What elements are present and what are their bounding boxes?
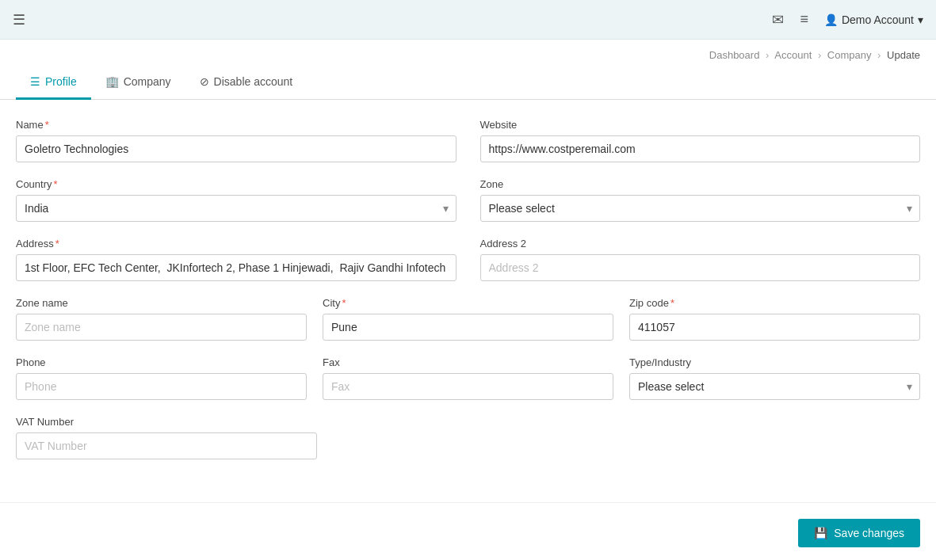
address2-label: Address 2 — [480, 238, 921, 250]
save-icon: 💾 — [814, 527, 827, 539]
save-button[interactable]: 💾 Save changes — [798, 519, 920, 547]
country-select-wrapper: India ▾ — [16, 195, 457, 222]
breadcrumb-account[interactable]: Account — [774, 49, 812, 61]
vat-label: VAT Number — [16, 416, 317, 428]
col-city: City* — [323, 297, 613, 341]
fax-label: Fax — [323, 356, 613, 368]
main-content: Name* Website Country* India ▾ Zone — [0, 100, 936, 494]
type-select[interactable]: Please select — [629, 373, 920, 400]
address-label: Address* — [16, 238, 457, 250]
breadcrumb-company[interactable]: Company — [827, 49, 872, 61]
type-label: Type/Industry — [629, 356, 920, 368]
demo-account-label: Demo Account — [842, 13, 914, 26]
address2-input[interactable] — [480, 254, 921, 281]
company-tab-icon: 🏢 — [105, 75, 119, 88]
tab-company[interactable]: 🏢 Company — [91, 66, 185, 100]
phone-input[interactable] — [16, 373, 307, 400]
zone-label: Zone — [480, 178, 921, 190]
col-address: Address* — [16, 238, 457, 281]
navbar: ☰ ✉ ≡ 👤 Demo Account ▾ — [0, 0, 936, 40]
zonename-label: Zone name — [16, 297, 307, 309]
breadcrumb-sep1: › — [766, 49, 769, 61]
col-phone: Phone — [16, 356, 307, 400]
address-input[interactable] — [16, 254, 457, 281]
breadcrumb-update: Update — [887, 49, 920, 61]
tab-disable[interactable]: ⊘ Disable account — [185, 66, 308, 100]
row-country-zone: Country* India ▾ Zone Please select ▾ — [16, 178, 920, 222]
zone-select-wrapper: Please select ▾ — [480, 195, 921, 222]
col-vat: VAT Number — [16, 416, 317, 459]
website-input[interactable] — [480, 135, 921, 162]
tab-profile-label: Profile — [45, 75, 77, 88]
user-icon: 👤 — [824, 13, 838, 26]
name-input[interactable] — [16, 135, 457, 162]
city-label: City* — [323, 297, 613, 309]
row-vat: VAT Number — [16, 416, 920, 459]
email-icon[interactable]: ✉ — [772, 11, 784, 29]
name-label: Name* — [16, 119, 457, 131]
vat-input[interactable] — [16, 432, 317, 459]
tabs-bar: ☰ Profile 🏢 Company ⊘ Disable account — [0, 66, 936, 100]
row-phone-fax-type: Phone Fax Type/Industry Please select ▾ — [16, 356, 920, 400]
zipcode-label: Zip code* — [629, 297, 920, 309]
save-btn-container: 💾 Save changes — [0, 502, 936, 560]
col-name: Name* — [16, 119, 457, 162]
col-website: Website — [480, 119, 921, 162]
col-country: Country* India ▾ — [16, 178, 457, 222]
col-type: Type/Industry Please select ▾ — [629, 356, 920, 400]
breadcrumb-dashboard[interactable]: Dashboard — [709, 49, 760, 61]
type-select-wrapper: Please select ▾ — [629, 373, 920, 400]
zonename-input[interactable] — [16, 314, 307, 341]
zipcode-input[interactable] — [629, 314, 920, 341]
website-label: Website — [480, 119, 921, 131]
row-name-website: Name* Website — [16, 119, 920, 162]
row-address: Address* Address 2 — [16, 238, 920, 281]
city-input[interactable] — [323, 314, 613, 341]
col-zipcode: Zip code* — [629, 297, 920, 341]
zone-select[interactable]: Please select — [480, 195, 921, 222]
profile-tab-icon: ☰ — [30, 75, 40, 88]
country-label: Country* — [16, 178, 457, 190]
col-zone: Zone Please select ▾ — [480, 178, 921, 222]
col-zonename: Zone name — [16, 297, 307, 341]
col-fax: Fax — [323, 356, 613, 400]
disable-tab-icon: ⊘ — [200, 75, 209, 88]
list-icon[interactable]: ≡ — [800, 11, 808, 28]
col-address2: Address 2 — [480, 238, 921, 281]
breadcrumb-sep3: › — [877, 49, 881, 61]
tab-company-label: Company — [124, 75, 171, 88]
chevron-down-icon: ▾ — [918, 13, 923, 26]
hamburger-icon[interactable]: ☰ — [13, 11, 25, 29]
save-label: Save changes — [834, 527, 904, 539]
country-select[interactable]: India — [16, 195, 457, 222]
tab-disable-label: Disable account — [214, 75, 293, 88]
row-zone-city-zip: Zone name City* Zip code* — [16, 297, 920, 341]
tab-profile[interactable]: ☰ Profile — [16, 66, 91, 100]
fax-input[interactable] — [323, 373, 613, 400]
breadcrumb-sep2: › — [818, 49, 821, 61]
phone-label: Phone — [16, 356, 307, 368]
breadcrumb: Dashboard › Account › Company › Update — [0, 40, 936, 66]
demo-account-menu[interactable]: 👤 Demo Account ▾ — [824, 13, 923, 26]
